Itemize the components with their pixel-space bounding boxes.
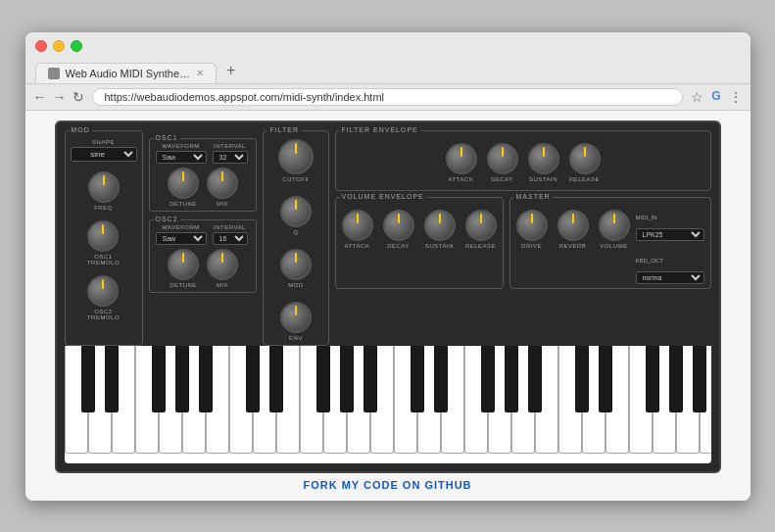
black-key[interactable] <box>434 346 448 412</box>
filter-mod-label: MOD <box>288 282 304 288</box>
filter-decay-knob[interactable] <box>487 143 518 174</box>
osc1-tremolo-knob[interactable] <box>87 220 119 252</box>
black-key[interactable] <box>199 346 213 412</box>
cutoff-group: CUTOFF <box>278 139 314 182</box>
piano-container <box>65 346 711 463</box>
shape-label: SHAPE <box>92 139 115 145</box>
google-icon: G <box>711 89 720 105</box>
new-tab-button[interactable]: + <box>218 58 243 83</box>
black-key[interactable] <box>105 346 119 412</box>
osc2-mix-knob[interactable] <box>207 249 238 280</box>
active-tab[interactable]: Web Audio MIDI Synthe… ✕ <box>35 63 218 83</box>
tab-close-icon[interactable]: ✕ <box>196 68 204 78</box>
black-key[interactable] <box>505 346 518 412</box>
filter-label: FILTER <box>267 126 301 133</box>
filter-attack-label: ATTACK <box>449 176 474 182</box>
q-group: Q <box>280 196 312 235</box>
osc2-detune-knob[interactable] <box>168 249 199 280</box>
menu-icon[interactable]: ⋮ <box>729 89 743 105</box>
osc1-interval-select[interactable]: 32 16 8 4 <box>213 151 248 164</box>
osc2-interval-label: INTERVAL <box>213 224 248 230</box>
shape-group: SHAPE sine square sawtooth triangle <box>71 139 137 162</box>
vol-release-knob[interactable] <box>465 210 497 241</box>
black-key[interactable] <box>152 346 166 412</box>
black-key[interactable] <box>646 346 659 412</box>
osc1-section: OSC1 WAVEFORM Saw Square Sine Triangle <box>149 138 258 212</box>
filter-attack-knob[interactable] <box>446 143 477 174</box>
osc2-tremolo-label: OSC2 TREMOLO <box>87 309 120 320</box>
black-key[interactable] <box>411 346 424 412</box>
mod-label: MOD <box>70 126 92 133</box>
fork-link[interactable]: FORK MY CODE ON GITHUB <box>303 479 471 491</box>
drive-label: DRIVE <box>521 243 542 249</box>
master-section: MASTER DRIVE REVERB <box>509 197 711 289</box>
black-key[interactable] <box>246 346 260 412</box>
cutoff-knob[interactable] <box>278 139 314 174</box>
black-key[interactable] <box>693 346 706 412</box>
black-key[interactable] <box>269 346 283 412</box>
kbd-oct-group: KBD_OCT norma +1 -1 <box>636 249 704 284</box>
osc1-detune-knob[interactable] <box>168 168 199 199</box>
kbd-oct-select[interactable]: norma +1 -1 <box>636 271 704 284</box>
vol-release-label: release <box>465 243 496 249</box>
osc2-knobs: DETUNE MIX <box>156 245 251 288</box>
osc2-tremolo-group: OSC2 TREMOLO <box>87 275 120 320</box>
filter-sustain-knob[interactable] <box>528 143 559 174</box>
vol-sustain-group: SUSTAIN <box>424 210 456 249</box>
filter-env-label: FILTER ENVELOPE <box>340 126 420 133</box>
osc2-interval-select[interactable]: 16 32 8 4 <box>213 232 248 245</box>
black-key[interactable] <box>599 346 612 412</box>
vol-attack-group: ATTACK <box>342 210 373 249</box>
address-bar: ← → ↻ ☆ G ⋮ <box>25 84 751 111</box>
nav-buttons: ← → ↻ <box>33 89 84 105</box>
black-key[interactable] <box>316 346 330 412</box>
url-input[interactable] <box>92 88 684 106</box>
star-icon[interactable]: ☆ <box>691 89 703 105</box>
tab-title: Web Audio MIDI Synthe… <box>66 68 191 79</box>
env-knob[interactable] <box>280 302 312 333</box>
black-key[interactable] <box>81 346 95 412</box>
osc2-tremolo-knob[interactable] <box>87 275 119 307</box>
osc1-waveform-select[interactable]: Saw Square Sine Triangle <box>156 151 207 164</box>
reverb-group: REVERB <box>557 210 589 280</box>
filter-release-knob[interactable] <box>569 143 601 174</box>
osc2-waveform-group: WAVEFORM Saw Square Sine Triangle <box>156 224 207 245</box>
vol-sustain-knob[interactable] <box>424 210 456 241</box>
filter-mod-knob[interactable] <box>280 249 312 280</box>
freq-knob[interactable] <box>88 171 120 203</box>
black-key[interactable] <box>363 346 377 412</box>
osc2-section: OSC2 WAVEFORM Saw Square Sine Triangle <box>149 219 258 293</box>
traffic-lights <box>35 40 741 52</box>
osc1-waveform-group: WAVEFORM Saw Square Sine Triangle <box>156 143 207 164</box>
black-key[interactable] <box>340 346 354 412</box>
q-knob[interactable] <box>280 196 312 227</box>
black-key[interactable] <box>528 346 542 412</box>
shape-select[interactable]: sine square sawtooth triangle <box>71 147 137 162</box>
vol-decay-knob[interactable] <box>383 210 414 241</box>
midi-in-select[interactable]: LPK25 none <box>636 228 704 241</box>
osc2-waveform-select[interactable]: Saw Square Sine Triangle <box>156 232 207 245</box>
close-button[interactable] <box>35 40 47 52</box>
black-key[interactable] <box>575 346 589 412</box>
drive-knob[interactable] <box>516 210 548 241</box>
black-key[interactable] <box>669 346 683 412</box>
volume-group: VOLUME <box>599 210 630 280</box>
osc1-mix-knob[interactable] <box>207 168 238 199</box>
minimize-button[interactable] <box>53 40 65 52</box>
osc1-mix-group: MIX <box>207 168 238 207</box>
osc1-tremolo-group: OSC1 TREMOLO <box>87 220 120 266</box>
black-key[interactable] <box>481 346 495 412</box>
forward-icon[interactable]: → <box>53 89 67 105</box>
mod-section: MOD SHAPE sine square sawtooth triangle <box>65 130 143 346</box>
reverb-knob[interactable] <box>557 210 589 241</box>
osc1-mix-label: MIX <box>217 201 228 207</box>
maximize-button[interactable] <box>71 40 82 52</box>
reload-icon[interactable]: ↻ <box>73 89 84 105</box>
vol-attack-knob[interactable] <box>342 210 373 241</box>
black-key[interactable] <box>175 346 189 412</box>
volume-knob[interactable] <box>599 210 630 241</box>
back-icon[interactable]: ← <box>33 89 47 105</box>
synth-main: MOD SHAPE sine square sawtooth triangle <box>65 130 711 346</box>
right-panel: FILTER ENVELOPE ATTACK Decay <box>335 130 711 346</box>
filter-attack-group: ATTACK <box>446 143 477 182</box>
